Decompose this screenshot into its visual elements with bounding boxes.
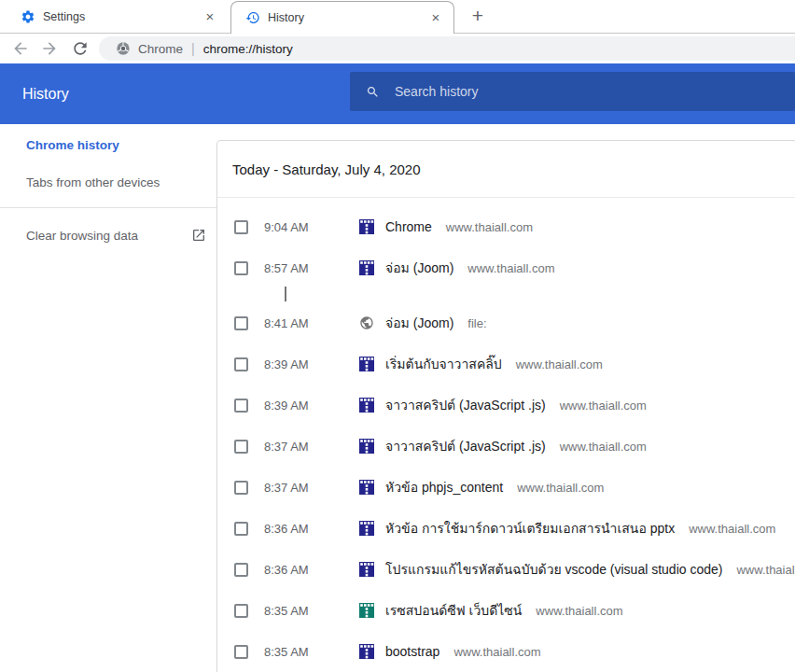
omnibox[interactable]: Chrome | chrome://history [99,36,795,61]
sidebar-item-tabs-from-other-devices[interactable]: Tabs from other devices [0,163,216,201]
thaiall-favicon [359,562,374,577]
history-row: 8:41 AM จ่อม (Joom) file: [217,302,795,343]
row-checkbox[interactable] [234,399,248,413]
row-title-link[interactable]: หัวข้อ phpjs_content [385,477,503,497]
row-checkbox[interactable] [234,522,248,536]
row-time: 8:39 AM [264,399,359,413]
row-title-link[interactable]: จ่อม (Joom) [385,258,453,278]
omnibox-site-chip: Chrome [138,42,183,56]
row-title-link[interactable]: โปรแกรมแก้ไขรหัสต้นฉบับด้วย vscode (visu… [385,559,722,580]
tab-strip: Settings × History × + [0,0,795,34]
row-domain: file: [467,316,486,330]
sidebar-item-label: Clear browsing data [26,229,138,243]
row-title-link[interactable]: จาวาสคริปต์ (JavaScript .js) [385,436,546,456]
thaiall-favicon [359,398,374,413]
row-checkbox[interactable] [234,563,248,577]
row-time: 8:57 AM [264,261,359,275]
omnibox-url: chrome://history [203,42,293,56]
search-input[interactable] [395,84,795,99]
row-time: 8:36 AM [264,563,359,577]
history-card: Today - Saturday, July 4, 2020 9:04 AM C… [216,140,795,672]
sidebar-item-label: Chrome history [26,138,119,152]
row-time: 8:39 AM [264,357,359,371]
row-checkbox[interactable] [234,316,248,330]
row-time: 8:37 AM [264,481,359,495]
thaiall-favicon [359,644,374,659]
row-time: 8:35 AM [264,604,359,618]
row-time: 9:04 AM [264,220,359,234]
row-checkbox[interactable] [234,440,248,454]
history-row: 8:39 AM จาวาสคริปต์ (JavaScript .js) www… [217,385,795,426]
row-domain: www.thaiall.com [536,604,622,618]
history-row: 8:35 AM เรซสปอนด์ซีฟ เว็บดีไซน์ www.thai… [217,590,795,631]
row-time: 8:35 AM [264,645,359,659]
globe-icon [359,315,374,330]
sidebar-item-label: Tabs from other devices [26,175,160,189]
close-icon[interactable]: × [427,9,444,26]
date-header: Today - Saturday, July 4, 2020 [217,141,795,198]
row-time: 8:36 AM [264,522,359,536]
forward-icon[interactable] [40,39,59,58]
row-time: 8:41 AM [264,316,359,330]
sidebar-item-chrome-history[interactable]: Chrome history [0,126,216,163]
thaiall-favicon [359,439,374,454]
thaiall-favicon [359,480,374,495]
tab-settings[interactable]: Settings × [0,0,230,33]
chrome-logo-icon [116,41,131,56]
row-domain: www.thaiall.com [689,522,775,536]
thaiall-favicon [359,260,374,275]
tab-history[interactable]: History × [230,1,454,34]
row-title-link[interactable]: จาวาสคริปต์ (JavaScript .js) [385,395,546,415]
history-icon [245,10,260,25]
sidebar-item-clear-browsing-data[interactable]: Clear browsing data [0,217,216,254]
reload-icon[interactable] [71,39,90,58]
history-list: 9:04 AM Chrome www.thaiall.com 8:57 AM จ… [217,206,795,672]
search-box[interactable] [350,72,795,111]
row-checkbox[interactable] [234,357,248,371]
row-checkbox[interactable] [234,645,248,659]
row-domain: www.thaiall.com [560,399,647,413]
row-checkbox[interactable] [234,481,248,495]
row-title-link[interactable]: เรซสปอนด์ซีฟ เว็บดีไซน์ [385,600,522,621]
row-checkbox[interactable] [234,604,248,618]
row-checkbox[interactable] [234,261,248,275]
thaiall-favicon [359,603,374,618]
close-icon[interactable]: × [202,8,218,25]
history-row: 8:36 AM หัวข้อ การใช้มาร์กดาวน์เตรียมเอก… [217,508,795,549]
row-time: 8:37 AM [264,440,359,454]
history-row: 8:37 AM จาวาสคริปต์ (JavaScript .js) www… [217,426,795,467]
thaiall-favicon [359,521,374,536]
omnibox-separator: | [191,41,195,56]
row-domain: www.thaiall.com [560,440,647,454]
row-domain: www.thaiall.com [736,563,795,577]
row-title-link[interactable]: Chrome [385,219,432,234]
row-domain: www.thaiall.com [517,481,604,495]
back-icon[interactable] [11,39,30,58]
thaiall-favicon [359,219,374,234]
tab-settings-label: Settings [43,10,202,23]
new-tab-button[interactable]: + [465,4,491,30]
row-domain: www.thaiall.com [446,220,533,234]
history-row: 8:37 AM หัวข้อ phpjs_content www.thaiall… [217,467,795,508]
history-content: Chrome history Tabs from other devices C… [0,124,795,672]
history-row: 8:39 AM เริ่มต้นกับจาวาสคลิ๊ป www.thaial… [217,343,795,385]
gear-icon [21,9,35,24]
tab-history-label: History [268,11,427,24]
page-title: History [22,63,69,124]
text-cursor-artifact [285,287,286,301]
search-icon [366,85,380,99]
external-link-icon [191,228,206,243]
history-row: 9:04 AM Chrome www.thaiall.com [217,206,795,247]
history-row: 8:57 AM จ่อม (Joom) www.thaiall.com [217,247,795,288]
history-row: 8:36 AM โปรแกรมแก้ไขรหัสต้นฉบับด้วย vsco… [217,549,795,590]
sidebar: Chrome history Tabs from other devices C… [0,124,216,254]
row-title-link[interactable]: หัวข้อ การใช้มาร์กดาวน์เตรียมเอกสารนำเสน… [385,518,675,539]
row-title-link[interactable]: จ่อม (Joom) [385,313,453,333]
thaiall-favicon [359,357,374,371]
history-app-header: History [0,63,795,124]
row-checkbox[interactable] [234,220,248,234]
row-domain: www.thaiall.com [453,645,540,659]
browser-toolbar: Chrome | chrome://history [0,34,795,63]
row-title-link[interactable]: เริ่มต้นกับจาวาสคลิ๊ป [385,354,502,374]
row-title-link[interactable]: bootstrap [385,644,439,659]
